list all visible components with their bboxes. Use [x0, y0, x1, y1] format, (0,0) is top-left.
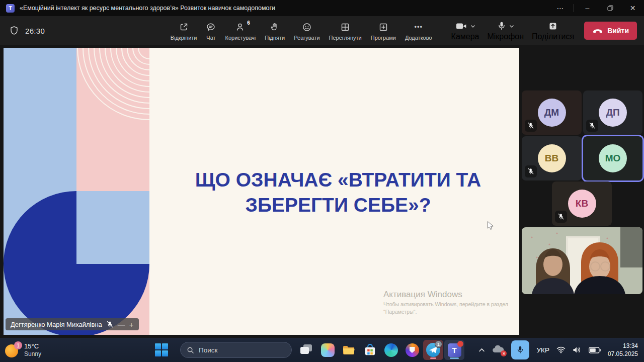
- muted-mic-badge: [586, 120, 598, 132]
- windows-logo-icon: [155, 343, 168, 356]
- window-titlebar: T «Емоційний інтелект як ресурс ментальн…: [0, 0, 644, 16]
- share-control[interactable]: Поділитися: [528, 20, 578, 41]
- participant-tile[interactable]: ВВ: [522, 136, 582, 180]
- tray-microphone-button[interactable]: [511, 340, 529, 359]
- participant-tile-active-speaker[interactable]: МО: [583, 136, 642, 180]
- avatar: ВВ: [538, 144, 566, 172]
- browser-icon: [406, 343, 419, 357]
- task-view-icon: [300, 344, 312, 355]
- muted-mic-badge: [525, 120, 537, 132]
- sunny-weather-icon: 1: [5, 342, 20, 357]
- edge-browser-button[interactable]: [381, 340, 401, 360]
- weather-temp: 15°C: [24, 342, 41, 350]
- react-button[interactable]: Реагувати: [289, 17, 324, 45]
- camera-chevron-icon[interactable]: [470, 25, 475, 28]
- onedrive-error-badge: ✕: [501, 350, 507, 356]
- window-more-button[interactable]: ⋯: [549, 0, 572, 16]
- weather-widget[interactable]: 1 15°C Sunny: [5, 342, 41, 357]
- slide-title: ЩО ОЗНАЧАЄ «ВТРАТИТИ ТА ЗБЕРЕГТИ СЕБЕ»?: [190, 167, 487, 218]
- apps-button[interactable]: Програми: [366, 17, 400, 45]
- view-button[interactable]: Переглянути: [325, 17, 366, 45]
- language-indicator[interactable]: УКР: [536, 346, 549, 354]
- weather-condition: Sunny: [24, 350, 41, 357]
- tray-expand-icon[interactable]: [478, 348, 485, 352]
- presenter-name-pill[interactable]: Дегтяренко Марія Михайлівна — +: [6, 318, 139, 330]
- onedrive-icon[interactable]: ✕: [492, 345, 504, 355]
- file-explorer-button[interactable]: [339, 340, 359, 360]
- tray-mic-icon: [516, 345, 524, 355]
- webcam-video-scene: [522, 227, 642, 294]
- participants-button[interactable]: 6 Користувачі: [220, 17, 260, 45]
- notification-badge: 1: [14, 341, 22, 349]
- window-title: «Емоційний інтелект як ресурс ментальног…: [20, 5, 275, 12]
- copilot-button[interactable]: [317, 340, 338, 360]
- taskbar-search[interactable]: [180, 342, 292, 358]
- participant-tile[interactable]: ДМ: [522, 90, 582, 135]
- zoom-out-button[interactable]: —: [118, 320, 125, 329]
- avatar: ДП: [599, 99, 627, 127]
- avatar: МО: [599, 144, 627, 172]
- secure-browser-button[interactable]: [402, 340, 422, 360]
- participant-tile[interactable]: КВ: [552, 182, 612, 226]
- close-button[interactable]: ✕: [621, 0, 644, 16]
- smiley-icon: [302, 22, 312, 32]
- task-view-button[interactable]: [296, 340, 316, 360]
- mic-off-icon: [106, 321, 114, 328]
- mouse-cursor: [487, 221, 496, 231]
- more-actions-button[interactable]: ••• Додатково: [400, 17, 437, 45]
- maximize-button[interactable]: [599, 0, 621, 16]
- hand-icon: [270, 22, 280, 32]
- camera-control[interactable]: Камера: [447, 20, 484, 41]
- share-icon: [548, 21, 558, 31]
- windows-taskbar: 1 15°C Sunny: [0, 338, 644, 362]
- shield-icon: [9, 26, 19, 36]
- shared-presentation-slide[interactable]: ЩО ОЗНАЧАЄ «ВТРАТИТИ ТА ЗБЕРЕГТИ СЕБЕ»? …: [4, 48, 519, 335]
- raise-hand-button[interactable]: Підняти: [260, 17, 289, 45]
- tray-date: 07.05.2025: [608, 350, 638, 358]
- copilot-icon: [321, 343, 335, 357]
- muted-mic-badge: [555, 211, 567, 223]
- teams-app-icon: T: [6, 4, 15, 13]
- teams-meeting-window: T «Емоційний інтелект як ресурс ментальн…: [0, 0, 644, 362]
- popout-icon: [179, 22, 189, 32]
- teams-button[interactable]: T: [444, 340, 464, 360]
- windows-activation-watermark: Активация Windows Чтобы активировать Win…: [383, 290, 508, 315]
- meeting-stage: ЩО ОЗНАЧАЄ «ВТРАТИТИ ТА ЗБЕРЕГТИ СЕБЕ»? …: [0, 45, 644, 338]
- unpin-button[interactable]: Відкріпити: [166, 17, 202, 45]
- microphone-control[interactable]: Мікрофон: [483, 20, 528, 41]
- zoom-in-button[interactable]: +: [129, 320, 134, 329]
- chat-button[interactable]: Чат: [201, 17, 220, 45]
- mic-off-icon: [527, 122, 534, 129]
- minimize-button[interactable]: –: [576, 0, 599, 16]
- folder-icon: [342, 343, 356, 357]
- chat-icon: [206, 22, 216, 32]
- teams-notification-dot: [457, 341, 463, 347]
- muted-mic-badge: [525, 165, 537, 177]
- participant-tile[interactable]: ДП: [583, 90, 642, 135]
- tray-time: 13:34: [608, 342, 638, 350]
- titlebar-divider: [574, 4, 574, 12]
- meeting-toolbar: 26:30 Відкріпити Чат 6 Користувачі Підня…: [0, 16, 644, 45]
- telegram-button[interactable]: 1: [423, 340, 443, 360]
- tray-clock[interactable]: 13:34 07.05.2025: [608, 342, 638, 358]
- battery-icon[interactable]: [589, 347, 601, 353]
- start-button[interactable]: [151, 340, 172, 360]
- microsoft-store-button[interactable]: [360, 340, 380, 360]
- avatar: КВ: [568, 190, 596, 218]
- microphone-icon: [497, 21, 506, 31]
- toolbar-divider: [442, 22, 442, 40]
- more-dots-icon: •••: [414, 21, 423, 33]
- people-icon: [235, 22, 246, 32]
- edge-icon: [384, 343, 398, 357]
- search-input[interactable]: [199, 346, 279, 354]
- participant-video-tile[interactable]: [522, 227, 642, 294]
- volume-icon[interactable]: [573, 346, 582, 353]
- participants-count: 6: [247, 20, 250, 26]
- leave-button[interactable]: Вийти: [584, 22, 637, 40]
- wifi-icon[interactable]: [556, 346, 566, 353]
- mic-chevron-icon[interactable]: [509, 25, 514, 28]
- running-indicator: [430, 357, 436, 359]
- leave-label: Вийти: [607, 27, 629, 35]
- add-app-icon: [378, 22, 388, 32]
- presenter-name: Дегтяренко Марія Михайлівна: [11, 321, 102, 328]
